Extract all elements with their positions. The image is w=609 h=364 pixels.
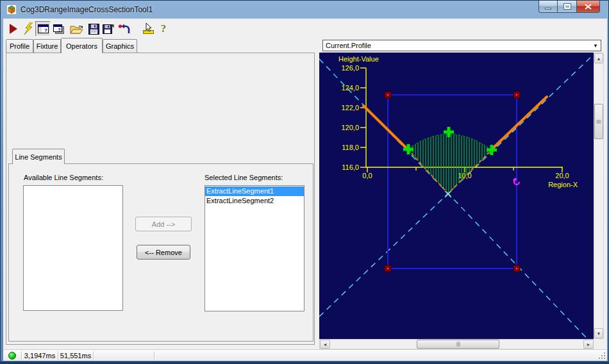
run-time: 3,1947ms <box>22 352 58 360</box>
tab-graphics[interactable]: Graphics <box>103 39 137 53</box>
available-segments-label: Available Line Segments: <box>24 174 103 181</box>
client-area: ? ? <box>3 19 607 361</box>
svg-text:?: ? <box>44 28 47 33</box>
thumb-grip <box>456 342 460 347</box>
save-icon <box>88 24 99 35</box>
results-window-icon: ? <box>38 24 49 34</box>
tab-fixture[interactable]: Fixture <box>33 39 61 53</box>
window-controls <box>538 1 600 13</box>
app-icon <box>6 4 17 15</box>
pointer-tool-button[interactable] <box>140 21 156 37</box>
maximize-button[interactable] <box>558 1 576 13</box>
maximize-icon <box>564 4 571 9</box>
scroll-right-button[interactable]: ► <box>583 340 594 349</box>
svg-text:116,0: 116,0 <box>342 163 359 171</box>
status-bar: 3,1947ms 51,551ms <box>3 349 607 361</box>
scroll-thumb[interactable] <box>594 104 603 139</box>
list-item-selected[interactable]: ExtractLineSegment1 <box>205 186 304 196</box>
float-window-icon: ? <box>53 24 64 34</box>
app-window: Cog3DRangeImageCrossSectionTool1 ? <box>0 0 609 364</box>
chart-hscrollbar[interactable]: ◄ ► <box>319 339 594 349</box>
close-icon <box>585 4 592 10</box>
scroll-thumb[interactable] <box>417 340 499 349</box>
tab-label: Operators <box>66 42 97 50</box>
add-button-label: Add --> <box>152 220 175 228</box>
combo-value: Current.Profile <box>323 42 590 49</box>
selected-segments-label: Selected Line Segments: <box>204 174 283 181</box>
open-folder-icon <box>70 24 83 35</box>
remove-button-label: <-- Remove <box>145 249 182 256</box>
profile-source-combo[interactable]: Current.Profile ▼ <box>322 40 601 51</box>
profile-chart[interactable]: Height-Value 126,0 124,0 122,0 120,0 118… <box>319 53 594 339</box>
run-button[interactable] <box>6 21 21 37</box>
remove-button[interactable]: <-- Remove <box>137 245 190 260</box>
svg-text:20,0: 20,0 <box>555 172 569 179</box>
selected-segments-list[interactable]: ExtractLineSegment1 ExtractLineSegment2 <box>204 185 304 311</box>
save-as-button[interactable] <box>101 21 116 37</box>
help-button[interactable]: ? <box>156 21 171 37</box>
tab-label: Fixture <box>37 42 58 50</box>
thumb-grip <box>597 119 601 124</box>
save-button[interactable] <box>86 21 101 37</box>
svg-text:120,0: 120,0 <box>341 124 359 131</box>
available-segments-list[interactable] <box>23 185 123 311</box>
chart-vscrollbar[interactable]: ▲ ▼ <box>594 53 604 339</box>
scroll-up-icon: ▲ <box>597 56 601 61</box>
add-button[interactable]: Add --> <box>135 217 192 231</box>
tab-operators[interactable]: Operators <box>61 38 103 53</box>
subtab-line-segments-active[interactable]: Line Segments <box>12 149 65 164</box>
tab-profile[interactable]: Profile <box>6 39 33 53</box>
svg-text:?: ? <box>58 27 61 33</box>
tab-label: Graphics <box>106 42 134 50</box>
reset-button[interactable] <box>117 21 132 37</box>
x-axis-title: Region-X <box>548 181 578 188</box>
svg-text:126,0: 126,0 <box>341 64 359 72</box>
separator <box>93 351 94 360</box>
close-button[interactable] <box>576 1 600 13</box>
run-icon <box>9 23 18 35</box>
total-time: 51,551ms <box>58 352 93 360</box>
separator <box>154 351 154 360</box>
help-icon: ? <box>161 22 167 35</box>
y-axis-title: Height-Value <box>338 55 379 63</box>
title-bar[interactable]: Cog3DRangeImageCrossSectionTool1 <box>1 1 608 19</box>
minimize-icon <box>545 8 551 10</box>
scroll-right-icon: ► <box>587 342 591 347</box>
chart-background <box>319 53 594 339</box>
scroll-down-icon: ▼ <box>597 331 601 336</box>
scroll-left-icon: ◄ <box>323 342 328 347</box>
window-title: Cog3DRangeImageCrossSectionTool1 <box>21 5 153 14</box>
result-led-icon <box>8 352 16 360</box>
save-as-icon <box>103 24 115 35</box>
svg-text:124,0: 124,0 <box>341 84 359 92</box>
scroll-up-button[interactable]: ▲ <box>594 53 603 63</box>
float-window-button[interactable]: ? <box>51 21 66 37</box>
open-button[interactable] <box>69 21 84 37</box>
lightning-icon <box>24 22 33 35</box>
scroll-down-button[interactable]: ▼ <box>594 328 603 338</box>
minimize-button[interactable] <box>538 1 558 13</box>
svg-text:118,0: 118,0 <box>342 144 359 151</box>
scroll-left-button[interactable]: ◄ <box>320 340 330 349</box>
run-live-button[interactable] <box>21 21 36 37</box>
reset-arrow-icon <box>118 24 131 35</box>
list-item[interactable]: ExtractLineSegment2 <box>205 196 304 206</box>
subtab-label: Line Segments <box>15 153 62 161</box>
svg-text:122,0: 122,0 <box>341 104 359 112</box>
chevron-down-icon: ▼ <box>590 43 601 49</box>
svg-text:0,0: 0,0 <box>362 172 372 179</box>
resize-grip[interactable] <box>599 352 605 359</box>
tab-label: Profile <box>10 42 29 50</box>
pointer-ruler-icon <box>142 23 154 35</box>
show-results-button[interactable]: ? <box>35 21 51 37</box>
